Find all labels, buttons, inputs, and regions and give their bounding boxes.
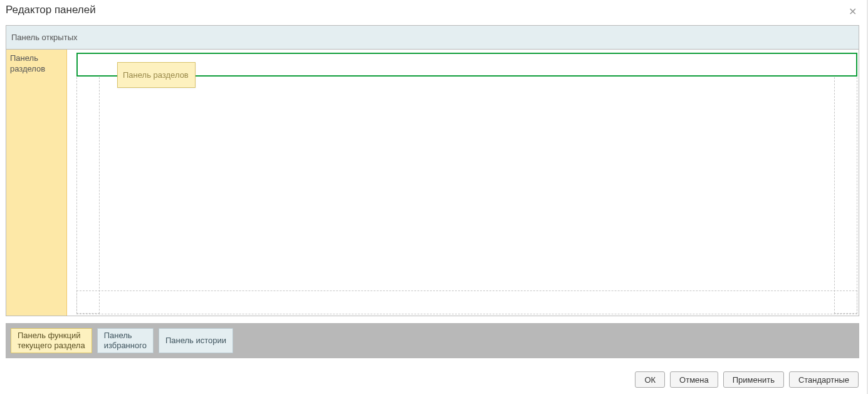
standard-button[interactable]: Стандартные (789, 371, 859, 388)
palette-chip-functions[interactable]: Панель функций текущего раздела (11, 328, 92, 353)
layout-editor-frame: Панель открытых Панель разделов (6, 25, 859, 316)
drop-zone-bottom[interactable] (76, 290, 857, 314)
apply-button[interactable]: Применить (723, 371, 784, 388)
active-drop-target[interactable] (76, 53, 857, 77)
palette-chip-favorites[interactable]: Панель избранного (97, 328, 154, 353)
cancel-button[interactable]: Отмена (670, 371, 718, 388)
palette-chip-history[interactable]: Панель истории (159, 328, 233, 353)
drop-zone-left[interactable] (76, 77, 100, 314)
top-panel-slot[interactable]: Панель открытых (6, 26, 859, 50)
window-title: Редактор панелей (6, 4, 96, 16)
footer-buttons: ОК Отмена Применить Стандартные (635, 371, 859, 388)
chip-label: избранного (104, 341, 147, 351)
ok-button[interactable]: ОК (635, 371, 665, 388)
close-icon[interactable]: ✕ (847, 6, 858, 18)
chip-label: Панель функций (18, 331, 85, 341)
left-panel-slot-label: Панель разделов (10, 53, 45, 73)
left-panel-slot[interactable]: Панель разделов (6, 50, 67, 316)
top-panel-slot-label: Панель открытых (11, 33, 77, 42)
drop-zone-right[interactable] (834, 77, 857, 314)
chip-label: Панель истории (165, 336, 226, 346)
chip-label: Панель (104, 331, 147, 341)
palette-strip: Панель функций текущего раздела Панель и… (6, 323, 859, 358)
main-drop-area[interactable] (67, 50, 859, 316)
chip-label: текущего раздела (18, 341, 85, 351)
